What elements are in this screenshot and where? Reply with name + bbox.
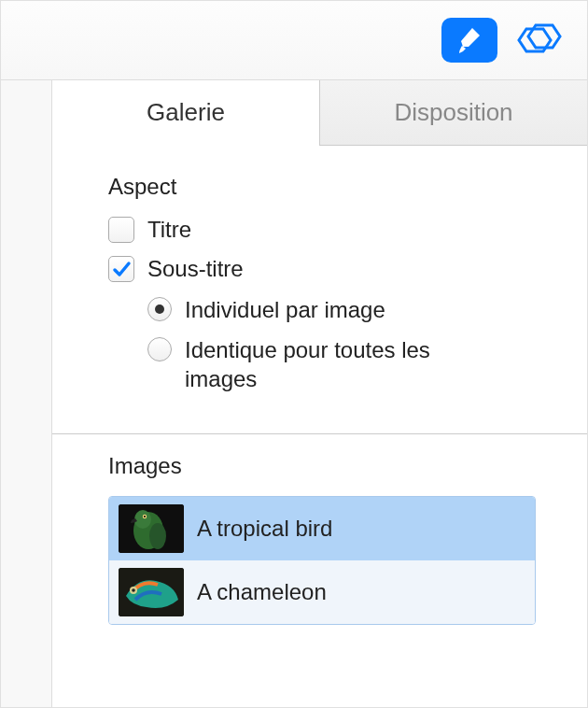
image-list: A tropical bird A chameleon [108,496,536,625]
thumbnail-chameleon [119,568,184,616]
subtitle-checkbox[interactable] [108,256,134,282]
brush-icon [454,24,485,56]
radio-individual-row[interactable]: Individuel par image [147,295,536,324]
list-item[interactable]: A tropical bird [109,497,535,560]
title-checkbox[interactable] [108,217,134,243]
radio-same[interactable] [147,337,172,361]
aspect-title: Aspect [108,174,536,200]
svg-point-4 [144,516,146,517]
aspect-section: Aspect Titre Sous-titre Individuel par i… [52,174,587,424]
radio-same-label: Identique pour toutes les images [185,335,502,393]
thumbnail-bird [119,504,184,553]
svg-point-2 [134,510,151,529]
checkmark-icon [111,259,132,279]
shape-icon [515,21,562,59]
svg-point-8 [132,588,135,592]
title-checkbox-row[interactable]: Titre [108,217,536,243]
images-title: Images [108,453,536,479]
svg-point-5 [149,523,166,549]
subtitle-radio-group: Individuel par image Identique pour tout… [147,295,536,394]
shape-button[interactable] [511,18,567,63]
list-item[interactable]: A chameleon [109,560,535,624]
format-brush-button[interactable] [441,18,497,63]
subtitle-checkbox-label: Sous-titre [147,256,244,282]
tab-bar: Galerie Disposition [52,80,587,146]
divider [52,433,587,434]
toolbar [1,1,587,80]
title-checkbox-label: Titre [147,217,191,243]
tab-layout[interactable]: Disposition [319,80,587,145]
gallery-panel: Aspect Titre Sous-titre Individuel par i… [52,146,587,707]
images-section: Images A tropical bird [52,453,587,625]
radio-individual[interactable] [147,297,172,321]
list-item-label: A tropical bird [197,516,332,542]
tab-gallery[interactable]: Galerie [52,80,319,146]
left-strip [1,80,52,707]
radio-same-row[interactable]: Identique pour toutes les images [147,335,536,393]
radio-individual-label: Individuel par image [185,295,385,324]
subtitle-checkbox-row[interactable]: Sous-titre [108,256,536,282]
list-item-label: A chameleon [197,579,327,605]
